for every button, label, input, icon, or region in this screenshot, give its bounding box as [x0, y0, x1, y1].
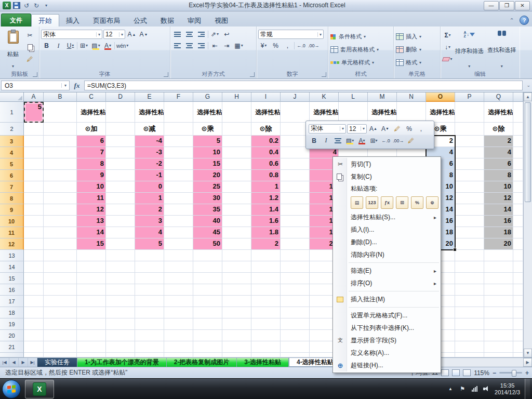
cell-filler15[interactable]	[513, 273, 523, 284]
cell-Q16[interactable]	[484, 284, 513, 296]
cell-Q13[interactable]	[484, 250, 513, 261]
cut-button[interactable]: ✂	[24, 30, 35, 41]
scroll-down-icon[interactable]: ▼	[524, 349, 532, 357]
cell-filler19[interactable]	[513, 318, 523, 330]
align-middle-button[interactable]	[184, 29, 195, 40]
column-header-J[interactable]: J	[281, 92, 310, 102]
cell-G2[interactable]: ⊙乘	[193, 123, 222, 136]
cell-P3[interactable]	[455, 136, 484, 147]
cell-G3[interactable]: 5	[193, 136, 222, 147]
cell-I21[interactable]	[251, 341, 281, 353]
cell-H5[interactable]	[222, 158, 251, 170]
mini-grow-font-button[interactable]: A▲	[368, 123, 379, 134]
cell-J13[interactable]	[281, 250, 310, 261]
cell-J6[interactable]	[281, 170, 310, 181]
cell-J17[interactable]	[281, 296, 310, 307]
cell-P13[interactable]	[455, 250, 484, 261]
mini-font-name-combo[interactable]: 宋体▾	[309, 124, 346, 134]
cell-L1[interactable]	[339, 102, 368, 123]
row-header-5[interactable]: 5	[0, 158, 24, 170]
cell-M1[interactable]: 选择性粘贴	[368, 102, 397, 123]
row-header-20[interactable]: 20	[0, 330, 24, 341]
cell-H3[interactable]	[222, 136, 251, 147]
cell-G18[interactable]	[193, 307, 222, 318]
cell-F19[interactable]	[164, 318, 193, 330]
cell-G14[interactable]	[193, 261, 222, 273]
values-123-icon[interactable]: 123	[366, 196, 378, 209]
tab-data[interactable]: 数据	[154, 15, 181, 26]
column-header-N[interactable]: N	[397, 92, 426, 102]
cell-I2[interactable]: ⊙除	[251, 123, 281, 136]
menu-item-cut[interactable]: 剪切(T)	[333, 158, 441, 170]
row-header-4[interactable]: 4	[0, 147, 24, 158]
cell-A11[interactable]	[24, 227, 44, 238]
increase-decimal-button[interactable]: ←.0	[296, 41, 307, 51]
cell-P4[interactable]	[455, 147, 484, 158]
cell-Q7[interactable]: 10	[484, 181, 513, 193]
bold-button[interactable]: B	[41, 41, 52, 51]
cell-J9[interactable]	[281, 204, 310, 216]
cell-B2[interactable]	[44, 123, 77, 136]
cell-P9[interactable]	[455, 204, 484, 216]
cell-A5[interactable]	[24, 158, 44, 170]
font-dialog-launcher[interactable]	[164, 72, 168, 77]
column-header-B[interactable]: B	[44, 92, 77, 102]
cell-filler8[interactable]	[513, 193, 523, 204]
name-box[interactable]: O3▾	[1, 81, 70, 90]
cell-partial[interactable]	[164, 353, 193, 357]
cell-Q15[interactable]	[484, 273, 513, 284]
cell-C17[interactable]	[77, 296, 106, 307]
cell-G15[interactable]	[193, 273, 222, 284]
cell-H16[interactable]	[222, 284, 251, 296]
cell-J20[interactable]	[281, 330, 310, 341]
zoom-level[interactable]: 115%	[474, 369, 489, 377]
mini-font-size-combo[interactable]: 12▾	[347, 124, 367, 134]
cell-Q3[interactable]: 2	[484, 136, 513, 147]
row-header-17[interactable]: 17	[0, 296, 24, 307]
delete-cells-button[interactable]: 删除▾	[395, 44, 438, 56]
cell-E8[interactable]: 1	[135, 193, 164, 204]
vertical-scroll-thumb[interactable]	[525, 102, 531, 202]
cell-H11[interactable]	[222, 227, 251, 238]
cell-Q18[interactable]	[484, 307, 513, 318]
cell-A17[interactable]	[24, 296, 44, 307]
cell-filler9[interactable]	[513, 204, 523, 216]
cell-P1[interactable]	[455, 102, 484, 123]
cell-J12[interactable]	[281, 238, 310, 250]
cell-H12[interactable]	[222, 238, 251, 250]
cell-A16[interactable]	[24, 284, 44, 296]
cell-C5[interactable]: 8	[77, 158, 106, 170]
cell-E9[interactable]: 2	[135, 204, 164, 216]
cell-filler12[interactable]	[513, 238, 523, 250]
cell-C11[interactable]: 14	[77, 227, 106, 238]
cell-H2[interactable]	[222, 123, 251, 136]
tab-page-layout[interactable]: 页面布局	[86, 15, 127, 26]
cell-G20[interactable]	[193, 330, 222, 341]
cell-A14[interactable]	[24, 261, 44, 273]
percent-style-button[interactable]: %	[270, 41, 281, 51]
paste-link-icon[interactable]: ⊕	[426, 196, 438, 209]
cell-F11[interactable]	[164, 227, 193, 238]
cell-F16[interactable]	[164, 284, 193, 296]
cell-I19[interactable]	[251, 318, 281, 330]
clear-button[interactable]: ▾	[442, 54, 453, 64]
orientation-button[interactable]: ⇗▾	[209, 29, 220, 40]
cell-filler6[interactable]	[513, 170, 523, 181]
cell-styles-button[interactable]: 单元格样式▾	[330, 57, 392, 69]
cell-E18[interactable]	[135, 307, 164, 318]
fill-color-button[interactable]: ▨▾	[90, 41, 101, 51]
cell-H15[interactable]	[222, 273, 251, 284]
cell-E12[interactable]: 5	[135, 238, 164, 250]
cell-F1[interactable]	[164, 102, 193, 123]
cell-Q19[interactable]	[484, 318, 513, 330]
help-button[interactable]: ?	[520, 16, 529, 25]
cell-I8[interactable]: 1.2	[251, 193, 281, 204]
cell-C4[interactable]: 7	[77, 147, 106, 158]
cell-P11[interactable]	[455, 227, 484, 238]
cell-A13[interactable]	[24, 250, 44, 261]
sheet-tab-2[interactable]: 1-为工作表加个漂亮的背景	[77, 358, 167, 367]
volume-icon[interactable]	[483, 385, 490, 393]
cell-J7[interactable]	[281, 181, 310, 193]
network-icon[interactable]	[471, 385, 478, 393]
column-header-O[interactable]: O	[426, 92, 455, 102]
